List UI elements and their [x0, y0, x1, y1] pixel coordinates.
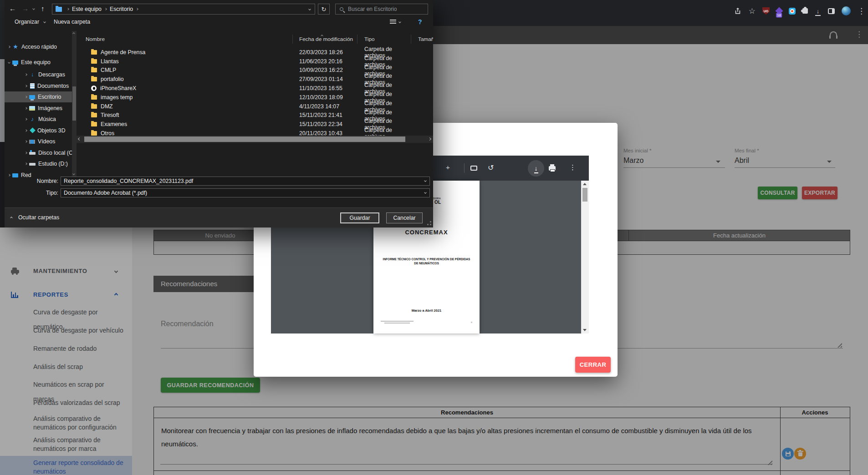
organize-dropdown-icon[interactable] [43, 20, 46, 23]
scroll-up-icon[interactable] [72, 32, 75, 35]
ublock-extension-icon[interactable]: UO [762, 7, 770, 15]
filetype-select[interactable]: Documento Adobe Acrobat (*.pdf) [61, 188, 430, 197]
help-icon[interactable]: ? [418, 18, 422, 25]
file-list-header: Nombre Fecha de modificación Tipo Tamaño [77, 35, 433, 44]
rotate-icon[interactable]: ↺ [488, 163, 494, 172]
dropdown-icon[interactable] [424, 179, 427, 182]
breadcrumb-separator-icon [136, 8, 138, 10]
folder-icon [91, 113, 97, 117]
computer-icon [12, 61, 18, 65]
column-fecha[interactable]: Fecha de modificación [293, 35, 357, 44]
recent-locations-icon[interactable] [32, 7, 35, 10]
purple-extension-icon[interactable]: 18 [776, 7, 783, 15]
breadcrumb-item[interactable]: Escritorio [108, 6, 135, 12]
bookmark-star-icon[interactable]: ☆ [749, 6, 756, 16]
expand-icon[interactable] [25, 152, 27, 154]
3d-objects-icon [30, 127, 36, 133]
search-box[interactable]: Buscar en Escritorio [335, 4, 428, 15]
filename-input[interactable]: Reporte_consolidado_CONCREMAX_20231123.p… [61, 177, 430, 186]
expand-icon[interactable] [8, 45, 10, 48]
cancelar-button[interactable]: Cancelar [386, 212, 423, 223]
scrollbar-thumb[interactable] [72, 86, 76, 121]
scroll-down-icon[interactable] [72, 172, 75, 175]
expand-icon[interactable] [25, 140, 27, 143]
expand-icon[interactable] [25, 129, 27, 132]
downloads-icon[interactable]: ↓ [815, 8, 821, 15]
horizontal-scrollbar[interactable] [77, 136, 433, 143]
filetype-row: Tipo: Documento Adobe Acrobat (*.pdf) [5, 188, 433, 197]
scroll-left-icon[interactable] [78, 137, 81, 141]
column-tipo[interactable]: Tipo [357, 35, 411, 44]
scrollbar-thumb[interactable] [582, 188, 587, 202]
scrollbar-thumb[interactable] [84, 136, 405, 142]
quick-access-icon: ★ [12, 44, 19, 50]
expand-icon[interactable] [25, 107, 27, 110]
expand-icon[interactable] [25, 73, 27, 76]
cerrar-button[interactable]: CERRAR [575, 357, 611, 373]
tree-item-acceso-rapido[interactable]: ★Acceso rápido [5, 41, 72, 52]
folder-icon [91, 59, 97, 64]
view-dropdown-icon[interactable] [398, 20, 401, 23]
column-tamano[interactable]: Tamaño [411, 35, 433, 44]
guardar-button[interactable]: Guardar [340, 212, 379, 223]
view-options-icon[interactable] [390, 20, 396, 25]
tree-item-documentos[interactable]: Documentos [5, 81, 72, 91]
expand-icon[interactable] [25, 162, 27, 165]
up-icon[interactable]: ↑ [41, 5, 45, 12]
pdf-scrollbar[interactable] [581, 181, 589, 334]
hide-folders-link[interactable]: Ocultar carpetas [18, 214, 59, 221]
hide-folders-chevron-icon[interactable] [10, 217, 13, 219]
breadcrumb-separator-icon [66, 8, 69, 10]
tree-item-musica[interactable]: ♪Música [5, 114, 72, 125]
scroll-right-icon[interactable] [428, 137, 431, 141]
print-icon[interactable] [549, 166, 556, 171]
pdf-menu-kebab-icon[interactable]: ⋮ [569, 163, 576, 172]
browser-menu-kebab-icon[interactable]: ⋮ [858, 6, 865, 16]
refresh-button[interactable]: ↻ [318, 4, 330, 15]
tree-item-descargas[interactable]: ↓Descargas [5, 69, 72, 80]
tree-scrollbar[interactable] [72, 31, 77, 177]
profile-avatar[interactable] [842, 6, 851, 15]
dropdown-icon[interactable] [424, 191, 427, 194]
scroll-down-icon[interactable] [583, 329, 587, 331]
expand-icon[interactable] [25, 118, 27, 121]
new-folder-button[interactable]: Nueva carpeta [54, 19, 90, 25]
scroll-up-icon[interactable] [583, 183, 587, 185]
downloads-icon: ↓ [29, 72, 36, 77]
collapse-icon[interactable] [8, 61, 10, 64]
back-icon[interactable]: ← [9, 5, 16, 12]
breadcrumb[interactable]: Este equipo Escritorio [52, 4, 315, 15]
expand-icon[interactable] [8, 174, 10, 177]
footer-line [381, 321, 414, 322]
organize-button[interactable]: Organizar [15, 19, 39, 25]
document-title: CONCREMAX [373, 229, 480, 236]
expand-icon[interactable] [25, 85, 27, 87]
fit-page-icon[interactable] [470, 166, 477, 171]
desktop-icon [29, 95, 35, 99]
camera-extension-icon[interactable] [789, 8, 796, 15]
breadcrumb-item[interactable]: Este equipo [70, 6, 103, 12]
tree-item-este-equipo[interactable]: Este equipo [5, 57, 72, 68]
folder-icon [91, 131, 97, 136]
filename-row: Nombre: Reporte_consolidado_CONCREMAX_20… [5, 177, 433, 186]
download-pdf-button[interactable]: ↓ [528, 160, 544, 177]
zoom-in-icon[interactable]: + [446, 163, 450, 171]
tree-item-objetos-3d[interactable]: Objetos 3D [5, 125, 72, 136]
extensions-puzzle-icon[interactable] [802, 8, 808, 14]
save-as-dialog: ← → ↑ Este equipo Escritorio ↻ Buscar en… [5, 0, 433, 227]
videos-icon [29, 140, 35, 144]
tree-item-disco-c[interactable]: Disco local (C:) [5, 147, 72, 158]
window-resize-grip[interactable] [430, 224, 431, 225]
column-nombre[interactable]: Nombre [77, 35, 293, 44]
tree-item-estudio-d[interactable]: Estudio (D:) [5, 158, 72, 169]
tree-item-videos[interactable]: Vídeos [5, 136, 72, 147]
side-panel-icon[interactable] [828, 8, 835, 14]
background-window-strip [0, 142, 5, 227]
tree-item-escritorio-selected[interactable]: Escritorio [5, 91, 72, 102]
background-window-strip [0, 59, 5, 142]
expand-icon[interactable] [25, 96, 27, 98]
file-list: Nombre Fecha de modificación Tipo Tamaño… [77, 31, 433, 177]
share-icon[interactable] [734, 7, 742, 15]
tree-item-imagenes[interactable]: Imágenes [5, 103, 72, 114]
address-dropdown-icon[interactable] [308, 8, 311, 10]
